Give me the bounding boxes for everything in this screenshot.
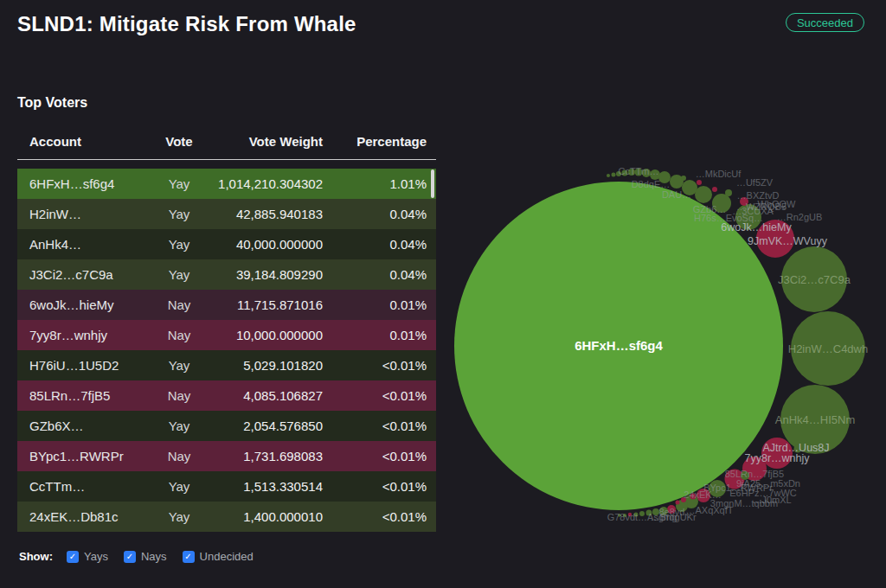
vote-bubble[interactable] [725, 189, 732, 196]
vote-weight-cell: 1,400.000010 [211, 509, 323, 524]
voters-table-body: 6HFxH…sf6g4 Yay 1,014,210.304302 1.01% H… [17, 169, 436, 532]
filter-option-nays[interactable]: ✓ Nays [124, 550, 167, 563]
vote-bubble[interactable] [607, 174, 610, 177]
bubble-account-label: 6HFxH…sf6g4 [575, 338, 663, 353]
table-row[interactable]: H76iU…1U5D2 Yay 5,029.101820 <0.01% [17, 350, 436, 380]
vote-cell: Yay [147, 358, 211, 373]
account-cell: BYpc1…RWRPr [17, 449, 147, 463]
table-row[interactable]: 7yy8r…wnhjy Nay 10,000.000000 0.01% [17, 320, 436, 350]
column-header-vote: Vote [147, 134, 211, 149]
bubble-account-label: AnHk4…HI5Nm [775, 413, 855, 426]
vote-weight-cell: 42,885.940183 [211, 207, 323, 221]
show-filters: Show: ✓ Yays ✓ Nays ✓ Undecided [19, 550, 269, 563]
vote-bubble[interactable] [695, 186, 712, 203]
vote-cell: Nay [147, 328, 211, 342]
percentage-cell: 1.01% [323, 176, 436, 191]
vote-cell: Yay [147, 479, 211, 494]
bubble-float-label: 7yy8r…wnhjy [744, 452, 810, 464]
account-cell: 24xEK…Db81c [17, 509, 147, 524]
undecided-checkbox-label[interactable]: Undecided [200, 550, 254, 563]
percentage-cell: 0.01% [323, 328, 436, 342]
column-header-account: Account [17, 134, 147, 149]
table-row[interactable]: 6HFxH…sf6g4 Yay 1,014,210.304302 1.01% [17, 169, 436, 199]
table-row[interactable]: H2inW… Yay 42,885.940183 0.04% [17, 199, 436, 229]
vote-cell: Yay [147, 419, 211, 433]
account-cell: H76iU…1U5D2 [17, 358, 147, 373]
vote-bubble[interactable] [676, 501, 680, 505]
account-cell: GZb6X… [17, 419, 147, 433]
account-cell: 7yy8r…wnhjy [17, 328, 147, 342]
yays-checkbox-label[interactable]: Yays [84, 550, 108, 563]
table-row[interactable]: BYpc1…RWRPr Nay 1,731.698083 <0.01% [17, 441, 436, 471]
vote-weight-cell: 2,054.576850 [211, 419, 323, 433]
vote-weight-cell: 5,029.101820 [211, 358, 323, 373]
page-title: SLND1: Mitigate Risk From Whale [17, 12, 356, 36]
percentage-cell: <0.01% [323, 479, 436, 494]
bubble-account-label: H2inW…C4dwh [788, 342, 868, 355]
vote-cell: Nay [147, 388, 211, 403]
filter-option-yays[interactable]: ✓ Yays [67, 550, 108, 563]
account-cell: 85LRn…7fjB5 [17, 388, 147, 403]
top-voters-heading: Top Voters [17, 95, 436, 111]
bubble-float-label: 6woJk…hieMy [721, 221, 792, 233]
vote-weight-cell: 1,513.330514 [211, 479, 323, 494]
account-cell: AnHk4… [17, 237, 147, 252]
vote-weight-bubble-chart: 6HFxH…sf6g4J3Ci2…c7C9aH2inW…C4dwhAnHk4…H… [450, 164, 886, 571]
bubble-float-label: …Uf5ZV [736, 177, 774, 188]
account-cell: CcTTm… [17, 479, 147, 494]
vote-cell: Yay [147, 176, 211, 191]
vote-bubble[interactable] [712, 187, 717, 192]
vote-weight-cell: 10,000.000000 [211, 328, 323, 342]
vote-cell: Yay [147, 267, 211, 282]
account-cell: H2inW… [17, 207, 147, 221]
bubble-account-label: J3Ci2…c7C9a [778, 273, 851, 286]
table-row[interactable]: J3Ci2…c7C9a Yay 39,184.809290 0.04% [17, 259, 436, 290]
bubble-float-label: …MkDicUf [696, 169, 742, 179]
account-cell: 6HFxH…sf6g4 [17, 176, 147, 191]
table-row[interactable]: 6woJk…hieMy Nay 11,715.871016 0.01% [17, 290, 436, 320]
table-scrollbar-thumb[interactable] [431, 169, 434, 198]
vote-cell: Yay [147, 207, 211, 221]
vote-weight-cell: 39,184.809290 [211, 267, 323, 282]
percentage-cell: 0.04% [323, 267, 436, 282]
table-row[interactable]: GZb6X… Yay 2,054.576850 <0.01% [17, 411, 436, 441]
table-row[interactable]: AnHk4… Yay 40,000.000000 0.04% [17, 229, 436, 259]
nays-checkbox[interactable]: ✓ [124, 551, 136, 563]
percentage-cell: 0.04% [323, 207, 436, 221]
percentage-cell: <0.01% [323, 358, 436, 373]
percentage-cell: <0.01% [323, 449, 436, 463]
bubble-float-label: CcTTm… [618, 166, 658, 176]
table-row[interactable]: CcTTm… Yay 1,513.330514 <0.01% [17, 471, 436, 502]
percentage-cell: <0.01% [323, 388, 436, 403]
account-cell: J3Ci2…c7C9a [17, 267, 147, 282]
show-label: Show: [19, 550, 53, 563]
vote-weight-cell: 1,731.698083 [211, 449, 323, 463]
percentage-cell: 0.04% [323, 237, 436, 252]
vote-cell: Yay [147, 509, 211, 524]
yays-checkbox[interactable]: ✓ [67, 551, 79, 563]
top-voters-panel: Top Voters Account Vote Vote Weight Perc… [17, 95, 436, 532]
table-row[interactable]: 85LRn…7fjB5 Nay 4,085.106827 <0.01% [17, 380, 436, 411]
undecided-checkbox[interactable]: ✓ [183, 551, 195, 563]
percentage-cell: <0.01% [323, 509, 436, 524]
table-row[interactable]: 24xEK…Db81c Yay 1,400.000010 <0.01% [17, 502, 436, 532]
account-cell: 6woJk…hieMy [17, 297, 147, 312]
vote-cell: Nay [147, 297, 211, 312]
percentage-cell: <0.01% [323, 419, 436, 433]
vote-weight-cell: 4,085.106827 [211, 388, 323, 403]
percentage-cell: 0.01% [323, 297, 436, 312]
vote-bubble[interactable] [697, 180, 702, 185]
bubble-float-label: D8dqE… [632, 179, 671, 189]
filter-option-undecided[interactable]: ✓ Undecided [183, 550, 254, 563]
vote-cell: Nay [147, 449, 211, 463]
vote-cell: Yay [147, 237, 211, 252]
vote-bubble[interactable] [681, 176, 686, 181]
bubble-float-label: DAU… [662, 189, 691, 200]
status-badge: Succeeded [786, 13, 864, 32]
bubble-float-label: G78vdt…Asgmg [607, 512, 677, 522]
nays-checkbox-label[interactable]: Nays [141, 550, 167, 563]
vote-bubble[interactable] [612, 173, 616, 177]
vote-weight-cell: 1,014,210.304302 [211, 176, 323, 191]
vote-weight-cell: 11,715.871016 [211, 297, 323, 312]
table-header-row: Account Vote Vote Weight Percentage [17, 134, 436, 160]
